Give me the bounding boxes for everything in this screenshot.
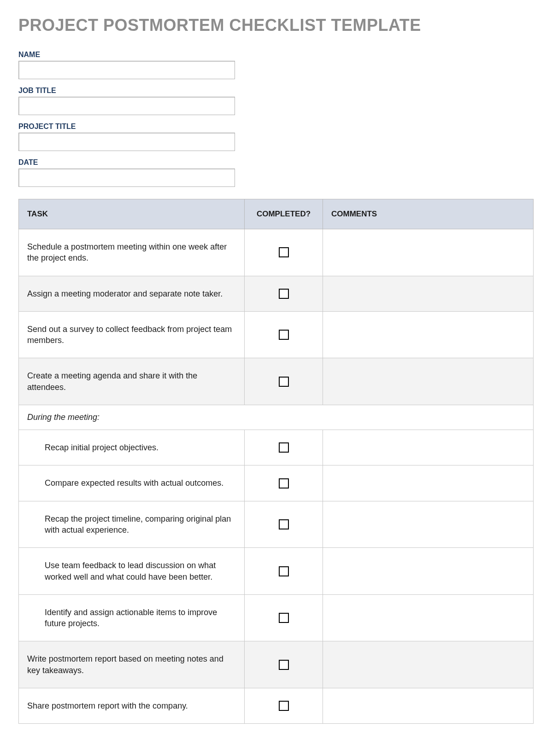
completed-cell (245, 501, 323, 548)
completed-cell (245, 594, 323, 641)
comments-cell[interactable] (323, 641, 534, 688)
checkbox[interactable] (279, 247, 289, 257)
comments-cell[interactable] (323, 311, 534, 358)
task-text: Recap the project timeline, comparing or… (19, 501, 245, 548)
task-text: Use team feedback to lead discussion on … (19, 548, 245, 595)
completed-cell (245, 465, 323, 501)
header-task: TASK (19, 199, 245, 229)
checkbox[interactable] (279, 660, 289, 670)
checkbox[interactable] (279, 566, 289, 576)
completed-cell (245, 311, 323, 358)
checkbox[interactable] (279, 701, 289, 711)
comments-cell[interactable] (323, 276, 534, 311)
checkbox[interactable] (279, 613, 289, 623)
checkbox[interactable] (279, 330, 289, 340)
checkbox[interactable] (279, 377, 289, 387)
completed-cell (245, 358, 323, 405)
header-completed: COMPLETED? (245, 199, 323, 229)
date-label: DATE (18, 158, 534, 167)
table-row: Share postmortem report with the company… (19, 688, 534, 724)
table-row: Schedule a postmortem meeting within one… (19, 229, 534, 276)
header-comments: COMMENTS (323, 199, 534, 229)
task-text: Compare expected results with actual out… (19, 465, 245, 501)
task-text: Schedule a postmortem meeting within one… (19, 229, 245, 276)
name-input[interactable] (18, 61, 235, 79)
job-title-label: JOB TITLE (18, 87, 534, 95)
table-row: Compare expected results with actual out… (19, 465, 534, 501)
name-label: NAME (18, 51, 534, 59)
task-text: Identify and assign actionable items to … (19, 594, 245, 641)
task-text: Send out a survey to collect feedback fr… (19, 311, 245, 358)
table-row: Recap the project timeline, comparing or… (19, 501, 534, 548)
comments-cell[interactable] (323, 688, 534, 724)
table-row: During the meeting: (19, 405, 534, 430)
page-title: PROJECT POSTMORTEM CHECKLIST TEMPLATE (18, 16, 534, 35)
checkbox[interactable] (279, 519, 289, 529)
checklist-table: TASK COMPLETED? COMMENTS Schedule a post… (18, 199, 534, 724)
comments-cell[interactable] (323, 465, 534, 501)
job-title-input[interactable] (18, 97, 235, 115)
project-title-input[interactable] (18, 133, 235, 151)
checkbox[interactable] (279, 289, 289, 299)
completed-cell (245, 641, 323, 688)
table-row: Recap initial project objectives. (19, 430, 534, 465)
task-text: Write postmortem report based on meeting… (19, 641, 245, 688)
table-row: Assign a meeting moderator and separate … (19, 276, 534, 311)
table-row: Use team feedback to lead discussion on … (19, 548, 534, 595)
comments-cell[interactable] (323, 358, 534, 405)
task-text: Assign a meeting moderator and separate … (19, 276, 245, 311)
section-heading: During the meeting: (19, 405, 534, 430)
comments-cell[interactable] (323, 594, 534, 641)
comments-cell[interactable] (323, 229, 534, 276)
completed-cell (245, 688, 323, 724)
completed-cell (245, 430, 323, 465)
task-text: Recap initial project objectives. (19, 430, 245, 465)
table-row: Write postmortem report based on meeting… (19, 641, 534, 688)
table-row: Send out a survey to collect feedback fr… (19, 311, 534, 358)
checkbox[interactable] (279, 478, 289, 488)
comments-cell[interactable] (323, 548, 534, 595)
comments-cell[interactable] (323, 501, 534, 548)
completed-cell (245, 229, 323, 276)
table-row: Create a meeting agenda and share it wit… (19, 358, 534, 405)
form-fields: NAME JOB TITLE PROJECT TITLE DATE (18, 51, 534, 187)
table-row: Identify and assign actionable items to … (19, 594, 534, 641)
checkbox[interactable] (279, 442, 289, 453)
project-title-label: PROJECT TITLE (18, 122, 534, 131)
task-text: Share postmortem report with the company… (19, 688, 245, 724)
task-text: Create a meeting agenda and share it wit… (19, 358, 245, 405)
comments-cell[interactable] (323, 430, 534, 465)
date-input[interactable] (18, 169, 235, 187)
completed-cell (245, 276, 323, 311)
completed-cell (245, 548, 323, 595)
